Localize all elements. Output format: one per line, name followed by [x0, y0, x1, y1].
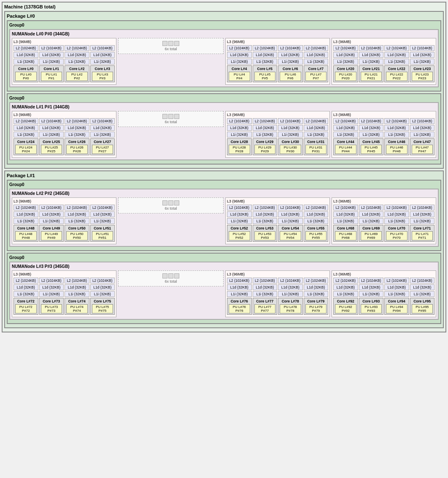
l1d-cell: L1d (32KB)	[253, 52, 278, 58]
core-row: Core L#92PU L#92 P#92Core L#93PU L#93 P#…	[333, 298, 435, 315]
placeholder-squares	[162, 200, 179, 205]
pu-box: PU L#73 P#73	[41, 304, 62, 313]
core-box: Core L#22PU L#22 P#22	[384, 65, 409, 82]
core-box: Core L#20PU L#20 P#20	[333, 65, 358, 82]
placeholder-label: 6x total	[165, 206, 177, 211]
l1i-cell: L1i (32KB)	[227, 218, 252, 224]
core-label: Core L#53	[254, 226, 276, 230]
pu-box: PU L#27 P#27	[92, 145, 113, 154]
l1d-row: L1d (32KB)L1d (32KB)L1d (32KB)L1d (32KB)	[333, 52, 435, 58]
l1i-cell: L1i (32KB)	[359, 291, 384, 297]
l3-group: L3 (96MB)L2 (1024KB)L2 (1024KB)L2 (1024K…	[225, 38, 330, 85]
l1d-row: L1d (32KB)L1d (32KB)L1d (32KB)L1d (32KB)	[227, 125, 328, 131]
sq3	[174, 273, 179, 278]
pu-box: PU L#72 P#72	[15, 304, 37, 313]
l1i-cell: L1i (32KB)	[227, 59, 252, 65]
pu-box: PU L#25 P#25	[41, 145, 62, 154]
l3-placeholder: 6x total	[118, 111, 224, 127]
l1d-cell: L1d (32KB)	[410, 125, 435, 131]
l1i-cell: L1i (32KB)	[384, 218, 409, 224]
core-label: Core L#92	[335, 299, 356, 303]
l2-cell: L2 (1024KB)	[13, 118, 38, 124]
l1i-cell: L1i (32KB)	[410, 218, 435, 224]
core-box: Core L#2PU L#2 P#2	[65, 65, 89, 82]
l3-title: L3 (96MB)	[333, 40, 435, 44]
pu-box: PU L#76 P#76	[229, 304, 250, 313]
l2-cell: L2 (1024KB)	[227, 45, 252, 51]
pu-box: PU L#78 P#78	[280, 304, 301, 313]
l1d-cell: L1d (32KB)	[65, 284, 89, 290]
l2-row: L2 (1024KB)L2 (1024KB)L2 (1024KB)L2 (102…	[13, 118, 115, 124]
l1i-row: L1i (32KB)L1i (32KB)L1i (32KB)L1i (32KB)	[227, 218, 328, 224]
package-title: Package L#1	[7, 173, 441, 178]
core-label: Core L#1	[41, 67, 62, 71]
l1d-cell: L1d (32KB)	[359, 52, 384, 58]
l3-title: L3 (96MB)	[333, 272, 435, 276]
core-box: Core L#50PU L#50 P#50	[65, 225, 89, 242]
l1d-cell: L1d (32KB)	[359, 284, 384, 290]
core-box: Core L#92PU L#92 P#92	[333, 298, 358, 315]
sq2	[168, 200, 173, 205]
core-box: Core L#77PU L#77 P#77	[253, 298, 278, 315]
pu-box: PU L#1 P#1	[41, 72, 62, 81]
l1d-cell: L1d (32KB)	[304, 284, 329, 290]
l2-row: L2 (1024KB)L2 (1024KB)L2 (1024KB)L2 (102…	[333, 45, 435, 51]
sq2	[168, 41, 173, 46]
l1d-row: L1d (32KB)L1d (32KB)L1d (32KB)L1d (32KB)	[333, 125, 435, 131]
pu-box: PU L#53 P#53	[254, 231, 276, 240]
l1i-cell: L1i (32KB)	[410, 132, 435, 138]
pu-box: PU L#70 P#70	[386, 231, 408, 240]
l1i-cell: L1i (32KB)	[13, 218, 38, 224]
l1i-cell: L1i (32KB)	[253, 132, 278, 138]
core-label: Core L#27	[92, 140, 113, 144]
l1i-row: L1i (32KB)L1i (32KB)L1i (32KB)L1i (32KB)	[333, 291, 435, 297]
pu-box: PU L#23 P#23	[412, 72, 433, 81]
l1i-cell: L1i (32KB)	[13, 59, 38, 65]
core-label: Core L#30	[280, 140, 301, 144]
l3-title: L3 (96MB)	[227, 272, 328, 276]
core-box: Core L#49PU L#49 P#49	[39, 225, 64, 242]
core-box: Core L#46PU L#46 P#46	[384, 138, 409, 155]
l1i-cell: L1i (32KB)	[39, 218, 64, 224]
sq1	[162, 114, 167, 119]
core-label: Core L#5	[254, 67, 276, 71]
pu-box: PU L#30 P#30	[280, 145, 301, 154]
l1d-cell: L1d (32KB)	[90, 211, 115, 217]
l3-title: L3 (96MB)	[227, 40, 328, 44]
core-label: Core L#68	[335, 226, 356, 230]
l2-cell: L2 (1024KB)	[13, 278, 38, 284]
l1i-cell: L1i (32KB)	[253, 59, 278, 65]
pu-box: PU L#2 P#2	[66, 72, 88, 81]
pu-box: PU L#54 P#54	[280, 231, 301, 240]
core-box: Core L#23PU L#23 P#23	[410, 65, 435, 82]
l1d-row: L1d (32KB)L1d (32KB)L1d (32KB)L1d (32KB)	[333, 211, 435, 217]
pu-box: PU L#79 P#79	[305, 304, 327, 313]
l2-cell: L2 (1024KB)	[65, 118, 89, 124]
l1d-cell: L1d (32KB)	[384, 284, 409, 290]
l2-row: L2 (1024KB)L2 (1024KB)L2 (1024KB)L2 (102…	[333, 278, 435, 284]
l2-cell: L2 (1024KB)	[384, 278, 409, 284]
sq1	[162, 200, 167, 205]
l2-cell: L2 (1024KB)	[359, 205, 384, 211]
l1i-cell: L1i (32KB)	[384, 132, 409, 138]
l2-row: L2 (1024KB)L2 (1024KB)L2 (1024KB)L2 (102…	[13, 205, 115, 211]
pu-box: PU L#3 P#3	[92, 72, 113, 81]
core-label: Core L#24	[15, 140, 37, 144]
pu-box: PU L#28 P#28	[229, 145, 250, 154]
l1i-cell: L1i (32KB)	[359, 132, 384, 138]
l1d-cell: L1d (32KB)	[384, 211, 409, 217]
l2-cell: L2 (1024KB)	[90, 45, 115, 51]
l3-placeholder: 6x total	[118, 270, 224, 286]
core-row: Core L#68PU L#68 P#68Core L#69PU L#69 P#…	[333, 225, 435, 242]
l2-cell: L2 (1024KB)	[278, 205, 303, 211]
core-label: Core L#46	[386, 140, 408, 144]
placeholder-label: 6x total	[165, 279, 177, 284]
numa-inner: L3 (96MB)L2 (1024KB)L2 (1024KB)L2 (1024K…	[12, 38, 436, 85]
l1d-cell: L1d (32KB)	[227, 52, 252, 58]
l1d-cell: L1d (32KB)	[333, 125, 358, 131]
core-box: Core L#75PU L#75 P#75	[90, 298, 115, 315]
l2-cell: L2 (1024KB)	[410, 45, 435, 51]
l1i-cell: L1i (32KB)	[253, 218, 278, 224]
group-title: Group0	[9, 182, 439, 187]
l3-title: L3 (96MB)	[13, 199, 115, 203]
